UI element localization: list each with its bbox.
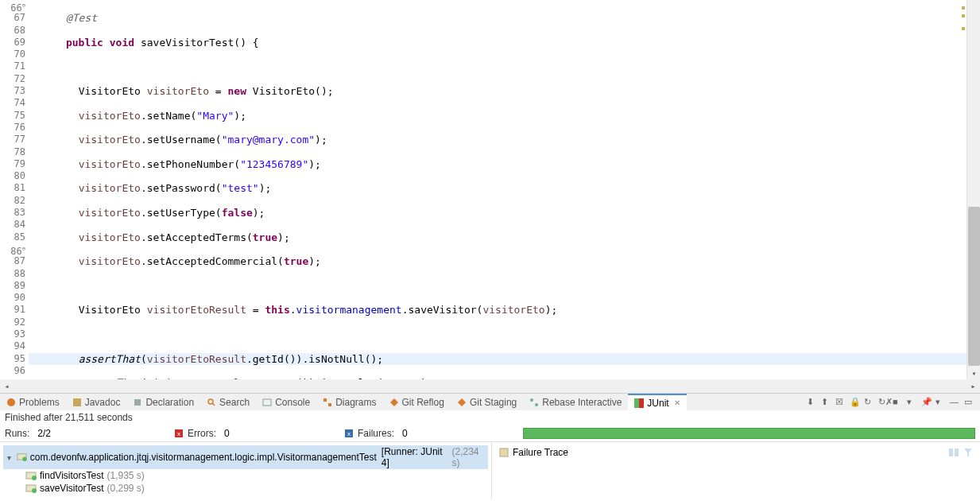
view-toolbar: ⬇ ⬆ ☒ 🔒 ↻ ↻✗ ■ ▾ 📌 ▾ — ▭ <box>807 397 980 408</box>
svg-rect-7 <box>328 403 331 406</box>
collapse-icon[interactable]: ▾ <box>5 453 14 462</box>
next-failure-icon[interactable]: ⬇ <box>807 397 818 408</box>
svg-rect-24 <box>955 449 959 456</box>
svg-text:x: x <box>347 430 351 437</box>
test-time: (0,299 s) <box>107 483 144 494</box>
svg-rect-1 <box>73 398 81 406</box>
tab-search[interactable]: Search <box>200 394 256 411</box>
tab-junit[interactable]: JUnit✕ <box>628 394 686 411</box>
overview-mark[interactable] <box>962 27 965 30</box>
view-menu-icon[interactable]: ▾ <box>935 397 947 408</box>
tab-git-staging[interactable]: Git Staging <box>451 394 523 411</box>
scroll-right-arrow[interactable]: ▸ <box>966 382 980 390</box>
svg-rect-5 <box>263 399 271 406</box>
overview-mark[interactable] <box>962 14 965 17</box>
javadoc-icon <box>72 398 82 407</box>
test-row[interactable]: findVisitorsTest (1,935 s) <box>3 469 488 482</box>
suite-time: (2,234 s) <box>452 446 486 468</box>
code-area[interactable]: @Test public void saveVisitorTest() { Vi… <box>29 0 980 379</box>
test-pass-icon <box>25 483 37 494</box>
test-label: saveVisitorTest <box>40 483 103 494</box>
junit-icon <box>634 398 644 408</box>
tab-rebase-interactive[interactable]: Rebase Interactive <box>523 394 628 411</box>
test-tree[interactable]: ▾ com.devonfw.application.jtqj.visitorma… <box>0 442 491 498</box>
svg-rect-2 <box>134 399 141 406</box>
code-lines: @Test public void saveVisitorTest() { Vi… <box>29 0 980 379</box>
pin-icon[interactable]: 📌 <box>921 397 932 408</box>
show-failures-only-icon[interactable]: ☒ <box>835 397 846 408</box>
errors-label: Errors: <box>188 428 216 439</box>
tab-diagrams[interactable]: Diagrams <box>316 394 382 411</box>
svg-rect-11 <box>639 398 644 408</box>
vertical-scrollbar[interactable]: ▾ <box>966 0 980 379</box>
error-icon: x <box>175 429 183 437</box>
scroll-lock-icon[interactable]: 🔒 <box>850 397 861 408</box>
failure-trace-panel: Failure Trace <box>491 442 980 498</box>
test-pass-icon <box>25 470 37 481</box>
runs-value: 2/2 <box>34 428 51 439</box>
suite-label: com.devonfw.application.jtqj.visitormana… <box>30 452 377 463</box>
test-suite-row[interactable]: ▾ com.devonfw.application.jtqj.visitorma… <box>3 445 488 469</box>
horizontal-scrollbar[interactable]: ◂ ▸ <box>0 379 980 393</box>
svg-point-9 <box>535 403 538 406</box>
maximize-icon[interactable]: ▭ <box>964 397 975 408</box>
junit-results-area: ▾ com.devonfw.application.jtqj.visitorma… <box>0 442 980 498</box>
rerun-icon[interactable]: ↻ <box>864 397 875 408</box>
failure-trace-icon <box>498 447 509 458</box>
svg-rect-10 <box>634 398 639 408</box>
failures-value: 0 <box>399 428 408 439</box>
compare-icon[interactable] <box>948 447 959 458</box>
rerun-failed-icon[interactable]: ↻✗ <box>878 397 889 408</box>
filter-icon[interactable] <box>963 447 974 458</box>
git-icon <box>389 398 399 407</box>
svg-text:x: x <box>177 430 180 437</box>
svg-rect-22 <box>500 449 508 456</box>
line-gutter: 66⊖6768697071727374757677787980818283848… <box>0 0 29 379</box>
minimize-icon[interactable]: — <box>950 397 961 408</box>
tab-problems[interactable]: Problems <box>0 394 66 411</box>
test-time: (1,935 s) <box>107 470 144 481</box>
problems-icon <box>6 398 16 407</box>
failure-icon: x <box>345 429 353 437</box>
test-pass-icon <box>17 452 27 463</box>
editor-area: 66⊖6768697071727374757677787980818283848… <box>0 0 980 379</box>
scrollbar-thumb[interactable] <box>968 207 980 366</box>
svg-point-0 <box>7 398 15 406</box>
progress-bar <box>523 428 975 439</box>
svg-rect-6 <box>323 398 327 402</box>
svg-line-4 <box>212 403 215 406</box>
views-tab-bar: Problems Javadoc Declaration Search Cons… <box>0 393 980 410</box>
tab-console[interactable]: Console <box>256 394 316 411</box>
rebase-icon <box>529 398 539 407</box>
overview-mark[interactable] <box>962 6 965 10</box>
svg-point-21 <box>32 488 37 493</box>
svg-point-8 <box>530 398 533 402</box>
failures-label: Failures: <box>358 428 394 439</box>
history-icon[interactable]: ▾ <box>907 397 918 408</box>
junit-status: Finished after 21,511 seconds <box>0 410 980 425</box>
runner-label: [Runner: JUnit 4] <box>382 446 447 468</box>
stop-icon[interactable]: ■ <box>893 397 904 408</box>
overview-ruler[interactable] <box>959 0 966 379</box>
junit-summary-bar: Runs: 2/2 x Errors: 0 x Failures: 0 <box>0 425 980 442</box>
close-icon[interactable]: ✕ <box>674 398 680 407</box>
scroll-left-arrow[interactable]: ◂ <box>0 382 14 390</box>
tab-git-reflog[interactable]: Git Reflog <box>383 394 451 411</box>
failure-trace-label: Failure Trace <box>513 447 568 458</box>
scroll-down-arrow[interactable]: ▾ <box>970 369 978 378</box>
svg-point-17 <box>22 456 27 461</box>
prev-failure-icon[interactable]: ⬆ <box>821 397 832 408</box>
test-label: findVisitorsTest <box>40 470 103 481</box>
git-icon <box>457 398 467 407</box>
svg-rect-23 <box>949 449 953 456</box>
runs-label: Runs: <box>5 428 29 439</box>
tab-javadoc[interactable]: Javadoc <box>66 394 127 411</box>
test-row[interactable]: saveVisitorTest (0,299 s) <box>3 482 488 495</box>
console-icon <box>262 398 272 407</box>
search-icon <box>207 398 216 407</box>
tab-declaration[interactable]: Declaration <box>126 394 200 411</box>
declaration-icon <box>133 398 142 407</box>
svg-point-19 <box>32 476 37 480</box>
errors-value: 0 <box>221 428 230 439</box>
diagrams-icon <box>323 398 332 407</box>
